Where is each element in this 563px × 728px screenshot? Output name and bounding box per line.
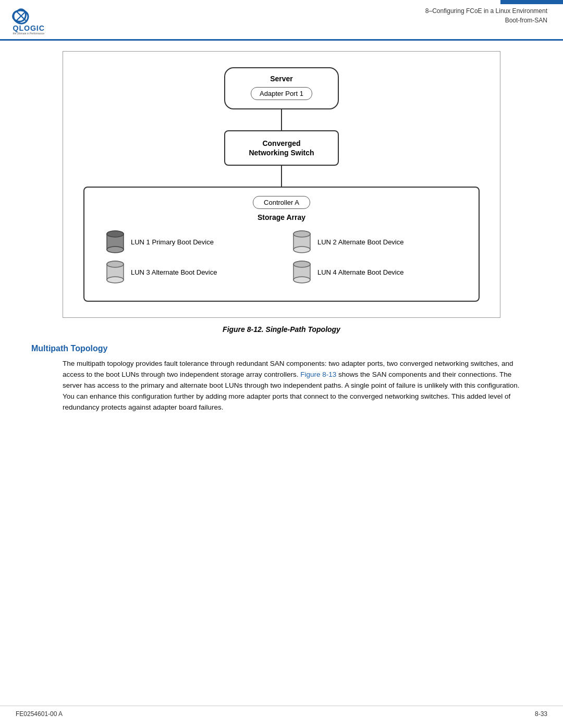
main-content: Server Adapter Port 1 Converged Networki…: [0, 41, 563, 424]
blue-accent-bar: [500, 0, 563, 4]
lun2-icon: [291, 230, 312, 254]
lun-item-3: LUN 3 Alternate Boot Device: [105, 260, 272, 284]
svg-text:the Ultimate in Performance: the Ultimate in Performance: [13, 32, 44, 35]
body-text: The multipath topology provides fault to…: [63, 359, 532, 413]
switch-box: Converged Networking Switch: [224, 130, 339, 166]
svg-point-19: [293, 261, 310, 267]
lun1-label: LUN 1 Primary Boot Device: [131, 238, 214, 246]
svg-point-10: [293, 246, 310, 253]
adapter-port-box: Adapter Port 1: [251, 87, 312, 100]
storage-array-header: Controller A Storage Array: [95, 196, 468, 221]
footer-left: FE0254601-00 A: [16, 710, 63, 718]
svg-point-6: [107, 246, 124, 253]
server-label: Server: [241, 75, 322, 83]
page-footer: FE0254601-00 A 8-33: [0, 706, 563, 718]
controller-box: Controller A: [253, 196, 310, 209]
lun-item-4: LUN 4 Alternate Boot Device: [291, 260, 458, 284]
diagram-container: Server Adapter Port 1 Converged Networki…: [63, 51, 500, 318]
storage-array-label: Storage Array: [258, 213, 305, 221]
svg-point-15: [107, 261, 124, 267]
diagram-inner: Server Adapter Port 1 Converged Networki…: [74, 67, 489, 302]
header-text: 8–Configuring FCoE in a Linux Environmen…: [425, 6, 547, 25]
lun2-label: LUN 2 Alternate Boot Device: [317, 238, 403, 246]
lun-row-1: LUN 1 Primary Boot Device LUN 2 Alternat…: [95, 230, 468, 254]
connector-server-switch: [281, 109, 282, 130]
lun-item-2: LUN 2 Alternate Boot Device: [291, 230, 458, 254]
chapter-title: 8–Configuring FCoE in a Linux Environmen…: [425, 6, 547, 16]
lun4-icon: [291, 260, 312, 284]
lun3-label: LUN 3 Alternate Boot Device: [131, 268, 217, 276]
svg-point-14: [107, 277, 124, 283]
figure-link[interactable]: Figure 8-13: [300, 371, 336, 378]
connector-area: [83, 166, 480, 187]
footer-right: 8-33: [535, 710, 547, 718]
logo-area: QLOGIC the Ultimate in Performance: [10, 6, 52, 35]
adapter-port-label: Adapter Port 1: [260, 90, 303, 97]
lun3-icon: [105, 260, 126, 284]
storage-array-outer: Controller A Storage Array LUN: [83, 187, 480, 302]
svg-text:QLOGIC: QLOGIC: [13, 24, 44, 32]
lun-row-2: LUN 3 Alternate Boot Device LUN 4 Altern…: [95, 260, 468, 284]
lun-item-1: LUN 1 Primary Boot Device: [105, 230, 272, 254]
lun4-label: LUN 4 Alternate Boot Device: [317, 268, 403, 276]
server-box: Server Adapter Port 1: [224, 67, 339, 109]
svg-point-7: [107, 231, 124, 237]
chapter-subtitle: Boot-from-SAN: [425, 16, 547, 25]
svg-point-11: [293, 231, 310, 237]
switch-label: Converged Networking Switch: [241, 139, 322, 157]
connector-switch-storage: [281, 166, 282, 187]
section-heading: Multipath Topology: [31, 344, 532, 353]
controller-label: Controller A: [264, 199, 299, 206]
page-header: QLOGIC the Ultimate in Performance 8–Con…: [0, 0, 563, 41]
lun1-icon: [105, 230, 126, 254]
svg-point-18: [293, 277, 310, 283]
figure-caption: Figure 8-12. Single-Path Topology: [31, 325, 532, 334]
qlogic-logo: QLOGIC the Ultimate in Performance: [10, 6, 52, 35]
